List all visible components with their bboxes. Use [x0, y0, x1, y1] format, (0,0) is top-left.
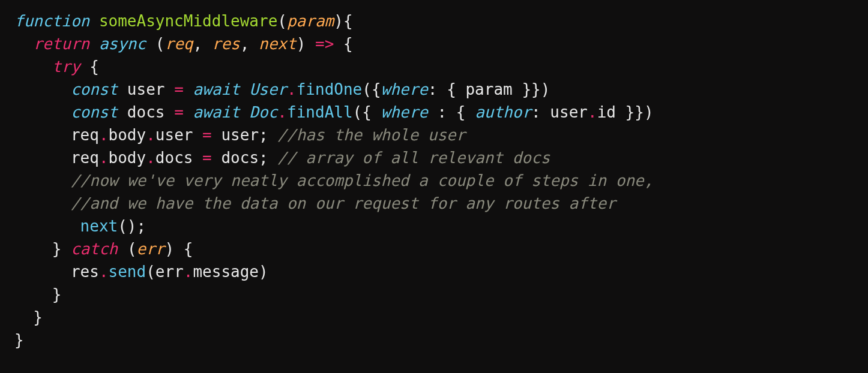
expr-id: id — [597, 103, 616, 121]
kw-async: async — [99, 35, 146, 53]
kw-catch: catch — [71, 240, 118, 258]
expr-user: user — [550, 103, 588, 121]
kw-try: try — [52, 58, 80, 76]
var-user: user — [127, 80, 165, 98]
stmt-docs-2: docs — [155, 149, 193, 167]
stmt-user-r: user — [221, 126, 259, 144]
comment-3: //now we've very neatly accomplished a c… — [71, 172, 654, 189]
call-next: next — [80, 217, 118, 235]
var-docs: docs — [127, 103, 165, 121]
expr-err: err — [155, 263, 184, 281]
stmt-docs-r: docs — [221, 149, 259, 167]
kw-return: return — [33, 35, 89, 53]
stmt-req-2: req — [71, 149, 99, 167]
comment-1: //has the whole user — [277, 126, 465, 144]
method-findall: findAll — [287, 103, 353, 121]
param-outer: param — [287, 12, 334, 30]
code-block: function someAsyncMiddleware(param){ ret… — [0, 0, 868, 361]
class-doc: Doc — [249, 103, 277, 121]
key-where-2: where — [381, 103, 428, 121]
comment-2: // array of all relevant docs — [277, 149, 550, 167]
kw-await-2: await — [193, 103, 240, 121]
key-param: param — [465, 80, 512, 98]
arrow: => — [315, 35, 334, 53]
param-err: err — [137, 240, 165, 258]
fn-name: someAsyncMiddleware — [99, 12, 277, 30]
key-where-1: where — [381, 80, 428, 98]
method-findone: findOne — [297, 80, 363, 98]
kw-function: function — [14, 12, 89, 30]
class-user: User — [249, 80, 287, 98]
method-send: send — [109, 263, 146, 281]
comment-4: //and we have the data on our request fo… — [71, 194, 616, 212]
stmt-req-1: req — [71, 126, 99, 144]
stmt-body-1: body — [109, 126, 146, 144]
param-next: next — [259, 35, 297, 53]
param-res: res — [212, 35, 240, 53]
expr-message: message — [193, 263, 259, 281]
key-author: author — [475, 103, 531, 121]
kw-await-1: await — [193, 80, 240, 98]
kw-const-2: const — [71, 103, 118, 121]
stmt-res: res — [71, 263, 99, 281]
stmt-user-1: user — [155, 126, 193, 144]
stmt-body-2: body — [109, 149, 146, 167]
kw-const-1: const — [71, 80, 118, 98]
param-req: req — [164, 35, 193, 53]
